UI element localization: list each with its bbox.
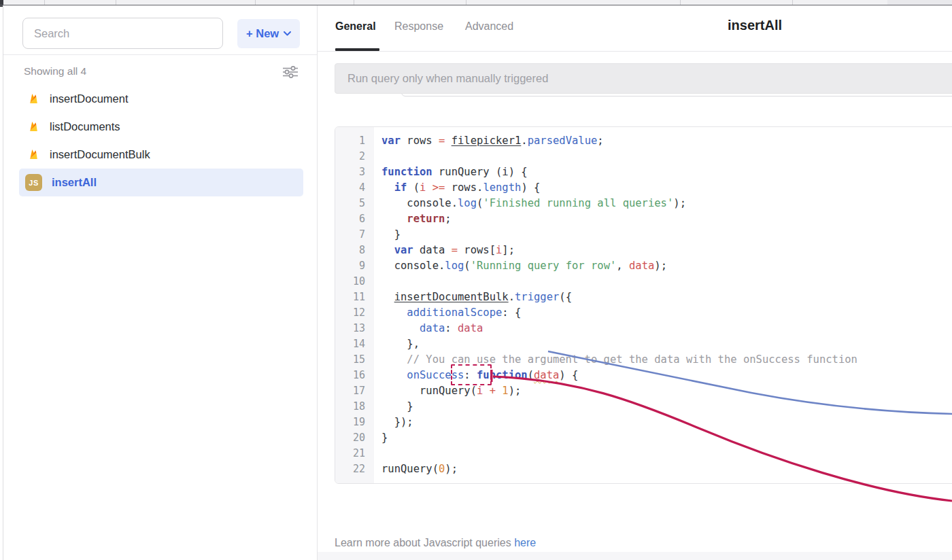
code-line-content: insertDocumentBulk.trigger({ <box>374 290 572 305</box>
code-line: 5 console.log('Finished running all quer… <box>335 196 952 211</box>
code-line-content: runQuery(0); <box>374 461 458 477</box>
code-line: 4 if (i >= rows.length) { <box>335 180 952 196</box>
top-strip-segment <box>255 0 256 5</box>
code-line-content: data: data <box>374 321 483 336</box>
code-line-content: }); <box>374 415 413 430</box>
run-trigger-value: Run query only when manually triggered <box>347 72 548 85</box>
line-number: 20 <box>335 430 374 446</box>
code-line: 15 // You can use the argument to get th… <box>335 352 952 368</box>
sidebar-item-listDocuments[interactable]: listDocuments <box>19 113 303 141</box>
line-number: 2 <box>335 149 374 164</box>
line-number: 13 <box>335 321 374 336</box>
code-line-content: onSuccess: function(data) { <box>374 368 578 383</box>
code-line-content: if (i >= rows.length) { <box>374 180 540 196</box>
top-strip-segment <box>354 0 354 5</box>
code-line: 22runQuery(0); <box>335 461 952 477</box>
top-strip-segment <box>116 0 116 5</box>
query-editor-panel: General Response Advanced insertAll Reso… <box>318 5 952 560</box>
filter-sliders-icon[interactable] <box>282 65 299 79</box>
search-input[interactable] <box>22 18 223 49</box>
code-line: 12 additionalScope: { <box>335 305 952 321</box>
code-line: 3function runQuery (i) { <box>335 164 952 180</box>
code-line-content: }, <box>374 336 420 352</box>
query-list: insertDocumentlistDocumentsinsertDocumen… <box>19 85 303 196</box>
sidebar-search-row: + New <box>3 5 317 55</box>
code-line-content: // You can use the argument to get the d… <box>374 352 857 368</box>
firebase-icon <box>27 120 40 133</box>
top-strip-segment <box>44 0 45 5</box>
showing-count-label: Showing all 4 <box>24 65 86 77</box>
code-line-content: console.log('Finished running all querie… <box>374 196 686 211</box>
code-line-content: } <box>374 227 401 243</box>
run-trigger-select[interactable]: Run query only when manually triggered <box>335 63 952 94</box>
line-number: 9 <box>335 258 374 274</box>
sidebar-item-insertAll[interactable]: JSinsertAll <box>19 169 303 196</box>
code-line: 14 }, <box>335 336 952 352</box>
code-line-content: runQuery(i + 1); <box>374 383 521 399</box>
code-line-content <box>374 274 381 290</box>
line-number: 12 <box>335 305 374 321</box>
code-line: 1var rows = filepicker1.parsedValue; <box>335 133 952 149</box>
line-number: 11 <box>335 290 374 305</box>
line-number: 7 <box>335 227 374 243</box>
sidebar-item-insertDocumentBulk[interactable]: insertDocumentBulk <box>19 141 303 169</box>
top-strip-segment <box>887 0 952 5</box>
learn-more-link[interactable]: here <box>514 537 536 548</box>
query-title: insertAll <box>728 18 782 33</box>
js-icon: JS <box>25 174 42 191</box>
code-editor[interactable]: 1var rows = filepicker1.parsedValue;23fu… <box>335 126 952 484</box>
code-line-content: additionalScope: { <box>374 305 521 321</box>
top-strip-segment <box>680 0 681 5</box>
line-number: 19 <box>335 415 374 430</box>
line-number: 22 <box>335 461 374 477</box>
code-line-content: } <box>374 399 413 415</box>
sidebar-item-label: insertDocument <box>50 92 129 105</box>
code-line: 17 runQuery(i + 1); <box>335 383 952 399</box>
code-line: 9 console.log('Running query for row', d… <box>335 258 952 274</box>
chevron-down-icon <box>284 31 291 36</box>
tab-general[interactable]: General <box>335 20 376 33</box>
code-line: 2 <box>335 149 952 164</box>
line-number: 21 <box>335 446 374 461</box>
new-query-button-label: + New <box>246 27 279 40</box>
code-line-content: var data = rows[i]; <box>374 243 515 258</box>
line-number: 4 <box>335 180 374 196</box>
sidebar-item-label: listDocuments <box>50 120 120 133</box>
line-number: 5 <box>335 196 374 211</box>
top-strip-segment <box>792 0 793 5</box>
line-number: 6 <box>335 211 374 227</box>
code-line: 6 return; <box>335 211 952 227</box>
learn-more-text: Learn more about Javascript queries <box>335 537 514 548</box>
code-line-content <box>374 149 381 164</box>
code-line: 19 }); <box>335 415 952 430</box>
line-number: 8 <box>335 243 374 258</box>
query-sidebar: + New Showing all 4 insertDocumentlistDo… <box>3 5 317 560</box>
code-line: 18 } <box>335 399 952 415</box>
sidebar-item-insertDocument[interactable]: insertDocument <box>19 85 303 113</box>
app-window: + New Showing all 4 insertDocumentlistDo… <box>0 0 952 560</box>
code-line: 7 } <box>335 227 952 243</box>
list-header-row: Showing all 4 <box>3 55 317 85</box>
line-number: 16 <box>335 368 374 383</box>
line-number: 14 <box>335 336 374 352</box>
editor-tab-bar: General Response Advanced insertAll <box>318 5 952 52</box>
tab-response[interactable]: Response <box>394 20 443 33</box>
firebase-icon <box>27 92 40 105</box>
sidebar-item-label: insertDocumentBulk <box>50 148 150 161</box>
active-tab-underline <box>335 48 379 51</box>
code-line: 16 onSuccess: function(data) { <box>335 368 952 383</box>
code-line-content: console.log('Running query for row', dat… <box>374 258 667 274</box>
code-line: 21 <box>335 446 952 461</box>
new-query-button[interactable]: + New <box>237 19 300 48</box>
line-number: 3 <box>335 164 374 180</box>
tab-advanced[interactable]: Advanced <box>465 20 513 33</box>
code-line-content: var rows = filepicker1.parsedValue; <box>374 133 604 149</box>
code-line-content: return; <box>374 211 452 227</box>
sidebar-item-label: insertAll <box>52 176 97 189</box>
line-number: 18 <box>335 399 374 415</box>
code-line: 10 <box>335 274 952 290</box>
top-strip-segment <box>466 0 466 5</box>
code-line: 8 var data = rows[i]; <box>335 243 952 258</box>
line-number: 1 <box>335 133 374 149</box>
learn-more-note: Learn more about Javascript queries here <box>335 537 536 549</box>
